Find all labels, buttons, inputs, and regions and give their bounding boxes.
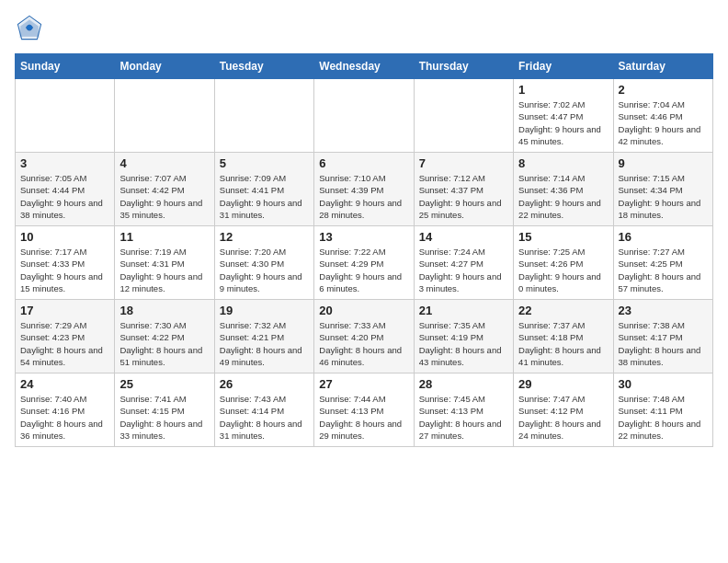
calendar-cell: 30Sunrise: 7:48 AM Sunset: 4:11 PM Dayli… (613, 373, 712, 447)
calendar-cell: 7Sunrise: 7:12 AM Sunset: 4:37 PM Daylig… (414, 153, 513, 226)
day-info: Sunrise: 7:33 AM Sunset: 4:20 PM Dayligh… (319, 319, 408, 368)
day-info: Sunrise: 7:47 AM Sunset: 4:12 PM Dayligh… (518, 393, 608, 442)
calendar-cell: 13Sunrise: 7:22 AM Sunset: 4:29 PM Dayli… (314, 226, 414, 300)
calendar-cell: 2Sunrise: 7:04 AM Sunset: 4:46 PM Daylig… (613, 79, 712, 153)
calendar-cell: 12Sunrise: 7:20 AM Sunset: 4:30 PM Dayli… (214, 226, 313, 300)
day-info: Sunrise: 7:15 AM Sunset: 4:34 PM Dayligh… (619, 172, 708, 221)
calendar-cell (16, 79, 115, 153)
calendar-header: SundayMondayTuesdayWednesdayThursdayFrid… (16, 54, 713, 79)
calendar-cell: 21Sunrise: 7:35 AM Sunset: 4:19 PM Dayli… (414, 300, 513, 373)
day-info: Sunrise: 7:45 AM Sunset: 4:13 PM Dayligh… (419, 393, 508, 442)
day-info: Sunrise: 7:04 AM Sunset: 4:46 PM Dayligh… (619, 98, 708, 147)
day-number: 26 (220, 377, 309, 391)
calendar-cell: 5Sunrise: 7:09 AM Sunset: 4:41 PM Daylig… (214, 153, 313, 226)
calendar-cell: 25Sunrise: 7:41 AM Sunset: 4:15 PM Dayli… (115, 373, 214, 447)
day-info: Sunrise: 7:43 AM Sunset: 4:14 PM Dayligh… (220, 393, 309, 442)
day-info: Sunrise: 7:27 AM Sunset: 4:25 PM Dayligh… (619, 246, 708, 294)
day-info: Sunrise: 7:32 AM Sunset: 4:21 PM Dayligh… (220, 319, 309, 368)
day-number: 6 (319, 156, 408, 170)
day-number: 28 (419, 377, 508, 391)
calendar-cell: 22Sunrise: 7:37 AM Sunset: 4:18 PM Dayli… (514, 300, 613, 373)
day-number: 3 (20, 156, 109, 170)
day-info: Sunrise: 7:38 AM Sunset: 4:17 PM Dayligh… (619, 319, 708, 368)
day-number: 7 (419, 156, 508, 170)
day-info: Sunrise: 7:12 AM Sunset: 4:37 PM Dayligh… (419, 172, 508, 221)
day-number: 18 (119, 304, 209, 317)
calendar-cell: 9Sunrise: 7:15 AM Sunset: 4:34 PM Daylig… (613, 153, 712, 226)
calendar-cell: 17Sunrise: 7:29 AM Sunset: 4:23 PM Dayli… (16, 300, 115, 373)
weekday-header-thursday: Thursday (414, 54, 513, 79)
day-number: 24 (20, 377, 109, 391)
day-info: Sunrise: 7:48 AM Sunset: 4:11 PM Dayligh… (619, 393, 708, 442)
day-number: 23 (619, 304, 708, 317)
calendar-cell: 8Sunrise: 7:14 AM Sunset: 4:36 PM Daylig… (514, 153, 613, 226)
calendar-cell: 18Sunrise: 7:30 AM Sunset: 4:22 PM Dayli… (115, 300, 214, 373)
day-info: Sunrise: 7:19 AM Sunset: 4:31 PM Dayligh… (119, 246, 209, 294)
calendar-cell: 6Sunrise: 7:10 AM Sunset: 4:39 PM Daylig… (314, 153, 414, 226)
day-info: Sunrise: 7:30 AM Sunset: 4:22 PM Dayligh… (119, 319, 209, 368)
day-info: Sunrise: 7:10 AM Sunset: 4:39 PM Dayligh… (319, 172, 408, 221)
calendar-cell (414, 79, 513, 153)
day-info: Sunrise: 7:35 AM Sunset: 4:19 PM Dayligh… (419, 319, 508, 368)
day-info: Sunrise: 7:29 AM Sunset: 4:23 PM Dayligh… (20, 319, 109, 368)
calendar-cell: 15Sunrise: 7:25 AM Sunset: 4:26 PM Dayli… (514, 226, 613, 300)
day-number: 16 (619, 230, 708, 244)
day-info: Sunrise: 7:22 AM Sunset: 4:29 PM Dayligh… (319, 246, 408, 294)
day-number: 25 (119, 377, 209, 391)
weekday-header-wednesday: Wednesday (314, 54, 414, 79)
calendar-cell: 29Sunrise: 7:47 AM Sunset: 4:12 PM Dayli… (514, 373, 613, 447)
calendar-cell: 3Sunrise: 7:05 AM Sunset: 4:44 PM Daylig… (16, 153, 115, 226)
day-number: 20 (319, 304, 408, 317)
weekday-header-tuesday: Tuesday (214, 54, 313, 79)
day-info: Sunrise: 7:40 AM Sunset: 4:16 PM Dayligh… (20, 393, 109, 442)
day-info: Sunrise: 7:24 AM Sunset: 4:27 PM Dayligh… (419, 246, 508, 294)
logo (15, 15, 42, 44)
day-number: 11 (119, 230, 209, 244)
calendar-cell: 24Sunrise: 7:40 AM Sunset: 4:16 PM Dayli… (16, 373, 115, 447)
calendar-cell: 27Sunrise: 7:44 AM Sunset: 4:13 PM Dayli… (314, 373, 414, 447)
weekday-header-friday: Friday (514, 54, 613, 79)
day-info: Sunrise: 7:37 AM Sunset: 4:18 PM Dayligh… (518, 319, 608, 368)
calendar-cell: 16Sunrise: 7:27 AM Sunset: 4:25 PM Dayli… (613, 226, 712, 300)
day-number: 8 (518, 156, 608, 170)
day-info: Sunrise: 7:02 AM Sunset: 4:47 PM Dayligh… (518, 98, 608, 147)
calendar-cell: 10Sunrise: 7:17 AM Sunset: 4:33 PM Dayli… (16, 226, 115, 300)
calendar-cell: 26Sunrise: 7:43 AM Sunset: 4:14 PM Dayli… (214, 373, 313, 447)
calendar-table: SundayMondayTuesdayWednesdayThursdayFrid… (15, 53, 713, 447)
calendar-cell (115, 79, 214, 153)
day-info: Sunrise: 7:17 AM Sunset: 4:33 PM Dayligh… (20, 246, 109, 294)
day-number: 30 (619, 377, 708, 391)
day-number: 5 (220, 156, 309, 170)
calendar-cell: 4Sunrise: 7:07 AM Sunset: 4:42 PM Daylig… (115, 153, 214, 226)
day-number: 15 (518, 230, 608, 244)
day-info: Sunrise: 7:05 AM Sunset: 4:44 PM Dayligh… (20, 172, 109, 221)
day-info: Sunrise: 7:07 AM Sunset: 4:42 PM Dayligh… (119, 172, 209, 221)
weekday-header-saturday: Saturday (613, 54, 712, 79)
day-number: 4 (119, 156, 209, 170)
logo-icon (17, 15, 42, 40)
day-info: Sunrise: 7:14 AM Sunset: 4:36 PM Dayligh… (518, 172, 608, 221)
day-number: 2 (619, 83, 708, 97)
day-number: 12 (220, 230, 309, 244)
calendar-cell (214, 79, 313, 153)
weekday-header-sunday: Sunday (16, 54, 115, 79)
day-number: 13 (319, 230, 408, 244)
day-number: 29 (518, 377, 608, 391)
page-header (15, 15, 713, 44)
calendar-cell: 20Sunrise: 7:33 AM Sunset: 4:20 PM Dayli… (314, 300, 414, 373)
day-number: 22 (518, 304, 608, 317)
weekday-header-monday: Monday (115, 54, 214, 79)
calendar-cell: 14Sunrise: 7:24 AM Sunset: 4:27 PM Dayli… (414, 226, 513, 300)
day-number: 9 (619, 156, 708, 170)
day-number: 14 (419, 230, 508, 244)
day-number: 1 (518, 83, 608, 97)
svg-point-3 (27, 25, 32, 30)
calendar-cell: 23Sunrise: 7:38 AM Sunset: 4:17 PM Dayli… (613, 300, 712, 373)
calendar-cell: 11Sunrise: 7:19 AM Sunset: 4:31 PM Dayli… (115, 226, 214, 300)
day-info: Sunrise: 7:09 AM Sunset: 4:41 PM Dayligh… (220, 172, 309, 221)
day-number: 10 (20, 230, 109, 244)
day-info: Sunrise: 7:20 AM Sunset: 4:30 PM Dayligh… (220, 246, 309, 294)
day-number: 21 (419, 304, 508, 317)
day-info: Sunrise: 7:25 AM Sunset: 4:26 PM Dayligh… (518, 246, 608, 294)
day-number: 27 (319, 377, 408, 391)
